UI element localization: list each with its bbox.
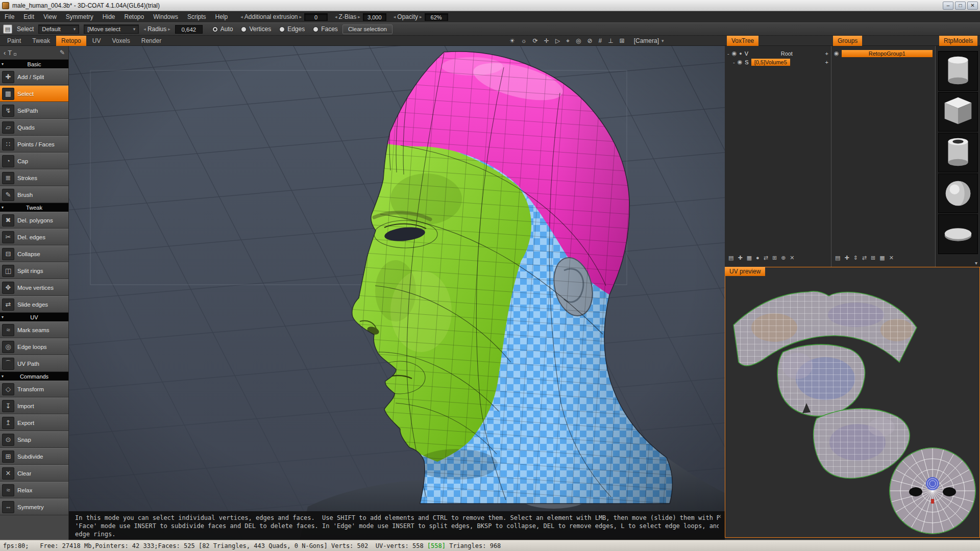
tool-quads[interactable]: ▱Quads: [0, 119, 68, 136]
tool-cap[interactable]: ◔Cap: [0, 153, 68, 169]
tool-uv-path[interactable]: ⌒UV Path: [0, 355, 68, 372]
select-mode-dropdown[interactable]: [Move select ▾: [84, 24, 139, 34]
radio-edges[interactable]: Edges: [279, 26, 305, 33]
pen-icon[interactable]: ✎: [60, 49, 65, 56]
tab-paint[interactable]: Paint: [2, 36, 26, 46]
tool-selpath[interactable]: ↯SelPath: [0, 102, 68, 119]
shading-icon[interactable]: ☼: [521, 36, 527, 46]
collapse-icon[interactable]: -: [733, 59, 735, 65]
radius-input[interactable]: 0,642: [175, 25, 203, 34]
visibility-eye-icon[interactable]: ◉: [834, 50, 839, 57]
snap-icon[interactable]: ⊞: [620, 36, 625, 46]
tool-split-rings[interactable]: ◫Split rings: [0, 262, 68, 279]
spin-left-icon[interactable]: ◂: [335, 14, 337, 19]
text-tool-icon[interactable]: T: [8, 49, 12, 57]
menu-edit[interactable]: Edit: [19, 11, 39, 22]
tool-symmetry[interactable]: ⇔Symmetry: [0, 498, 68, 515]
play-icon[interactable]: ▷: [555, 36, 560, 46]
menu-view[interactable]: View: [39, 11, 61, 22]
section-header-tweak[interactable]: ▾Tweak: [0, 203, 68, 212]
tool-slide-edges[interactable]: ⇄Slide edges: [0, 296, 68, 313]
tool-add-split[interactable]: ✚Add / Split: [0, 68, 68, 85]
groups-footer-icon-2[interactable]: ⇕: [853, 255, 858, 261]
voxtree-footer-icon-7[interactable]: ✕: [790, 255, 794, 261]
section-header-commands[interactable]: ▾Commands: [0, 372, 68, 381]
tab-voxels[interactable]: Voxels: [107, 36, 135, 46]
rtpmodels-more-icon[interactable]: ▾: [975, 260, 977, 266]
spin-left-icon[interactable]: ◂: [240, 14, 243, 19]
tool-mark-seams[interactable]: ≈Mark seams: [0, 321, 68, 338]
menu-hide[interactable]: Hide: [98, 11, 120, 22]
tool-strokes[interactable]: ≣Strokes: [0, 169, 68, 186]
control-value-opacity[interactable]: 62%: [425, 13, 448, 21]
clear-selection-button[interactable]: Clear selection: [342, 24, 393, 34]
maximize-button[interactable]: □: [955, 2, 966, 10]
tool-brush[interactable]: ✎Brush: [0, 186, 68, 203]
voxtree-panel-tab[interactable]: VoxTree: [727, 36, 758, 46]
groups-footer-icon-4[interactable]: ⊞: [871, 255, 875, 261]
tube-primitive[interactable]: [938, 133, 978, 172]
spin-right-icon[interactable]: ▸: [358, 14, 360, 19]
groups-footer-icon-5[interactable]: ▦: [879, 255, 885, 261]
tool-clear[interactable]: ✕Clear: [0, 465, 68, 482]
voxtree-row-volume[interactable]: - ◉ S [0,5]Volume5 +: [725, 58, 831, 66]
uv-preview-panel[interactable]: UV preview: [725, 267, 980, 538]
tool-relax[interactable]: ≈Relax: [0, 482, 68, 498]
tool-select[interactable]: ▦Select: [0, 85, 68, 102]
add-volume-icon[interactable]: +: [825, 51, 828, 57]
preset-dropdown[interactable]: Default ▾: [38, 24, 79, 34]
spin-right-icon[interactable]: ▸: [420, 14, 422, 19]
control-value-additional-extrusion[interactable]: 0: [304, 13, 328, 21]
tool-del-edges[interactable]: ✂Del. edges: [0, 229, 68, 245]
radio-vertices[interactable]: Vertices: [241, 26, 271, 33]
tool-snap[interactable]: ⊙Snap: [0, 431, 68, 448]
visibility-eye-icon[interactable]: ◉: [732, 50, 737, 57]
help-close-icon[interactable]: ×: [718, 512, 721, 520]
camera-dropdown[interactable]: [Camera] ▾: [634, 37, 664, 44]
groups-panel-tab[interactable]: Groups: [833, 36, 862, 46]
collapse-icon[interactable]: -: [727, 51, 729, 57]
groups-footer-icon-0[interactable]: ▤: [835, 255, 840, 261]
groups-footer-icon-1[interactable]: ✚: [844, 255, 849, 261]
uv-island-neck[interactable]: [814, 409, 910, 479]
control-value-z-bias[interactable]: 3,000: [363, 13, 386, 21]
disable-icon[interactable]: ⊘: [587, 36, 592, 46]
tab-uv[interactable]: UV: [87, 36, 106, 46]
ortho-icon[interactable]: ⊥: [608, 36, 613, 46]
tool-collapse[interactable]: ⊟Collapse: [0, 245, 68, 262]
spin-right-icon[interactable]: ▸: [300, 14, 302, 19]
titlebar[interactable]: male_human_004.3b* - 3D-COAT 4.1.04A(GL6…: [0, 0, 980, 11]
zoom-icon[interactable]: ⌖: [566, 36, 570, 46]
groups-footer-icon-3[interactable]: ⇄: [862, 255, 867, 261]
voxtree-root-label[interactable]: Root: [751, 51, 823, 57]
light-icon[interactable]: ☀: [509, 36, 515, 46]
sphere-primitive[interactable]: [938, 173, 978, 213]
add-volume-icon[interactable]: +: [825, 59, 828, 65]
menu-file[interactable]: File: [0, 11, 19, 22]
cylinder-primitive[interactable]: [938, 51, 978, 91]
section-header-uv[interactable]: ▾UV: [0, 313, 68, 321]
pan-view-icon[interactable]: ✛: [544, 36, 549, 46]
voxtree-row-root[interactable]: - ◉ ● V Root +: [725, 49, 831, 58]
voxtree-footer-icon-4[interactable]: ⇄: [764, 255, 768, 261]
radio-auto[interactable]: Auto: [212, 26, 233, 33]
tool-subdivide[interactable]: ⊞Subdivide: [0, 448, 68, 465]
spin-right-icon[interactable]: ▸: [168, 27, 170, 32]
section-header-basic[interactable]: ▾Basic: [0, 60, 68, 68]
disc-primitive[interactable]: [938, 214, 978, 254]
tool-points-faces[interactable]: ∷Points / Faces: [0, 136, 68, 153]
tab-tweak[interactable]: Tweak: [27, 36, 55, 46]
grid-toggle-icon[interactable]: #: [598, 36, 602, 46]
menu-symmetry[interactable]: Symmetry: [61, 11, 98, 22]
radio-faces[interactable]: Faces: [313, 26, 338, 33]
tool-export[interactable]: ↥Export: [0, 414, 68, 431]
groups-footer-icon-6[interactable]: ✕: [889, 255, 894, 261]
tab-retopo[interactable]: Retopo: [56, 36, 86, 46]
menu-windows[interactable]: Windows: [149, 11, 183, 22]
uv-preview-tab[interactable]: UV preview: [725, 267, 765, 276]
tool-import[interactable]: ↧Import: [0, 397, 68, 414]
voxtree-footer-icon-3[interactable]: ●: [756, 255, 760, 261]
voxtree-footer-icon-5[interactable]: ⊞: [772, 255, 777, 261]
minimize-button[interactable]: –: [943, 2, 953, 10]
menu-scripts[interactable]: Scripts: [183, 11, 211, 22]
